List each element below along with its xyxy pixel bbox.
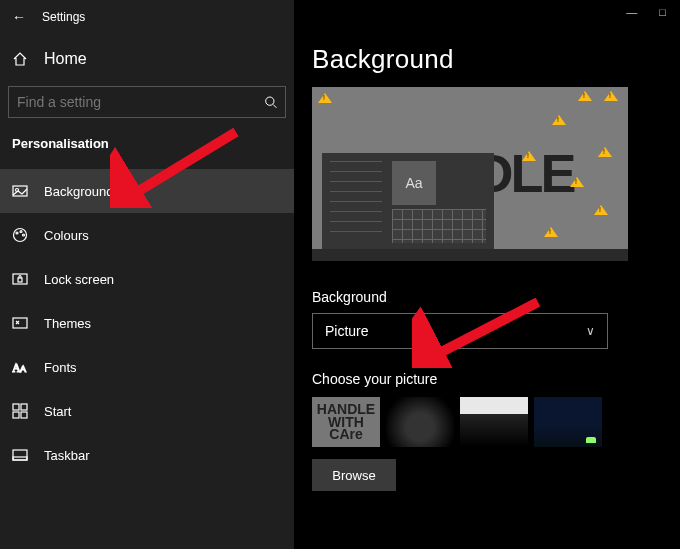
nav-item-fonts[interactable]: AAFonts <box>0 345 294 389</box>
search-icon <box>264 95 277 109</box>
themes-icon <box>12 315 28 331</box>
minimize-button[interactable]: — <box>626 6 637 18</box>
taskbar-icon <box>12 447 28 463</box>
choose-picture-label: Choose your picture <box>312 371 662 387</box>
search-box[interactable] <box>8 86 286 118</box>
page-heading: Background <box>312 44 662 75</box>
back-button[interactable]: ← <box>12 9 26 25</box>
nav-item-label: Themes <box>44 316 91 331</box>
nav-item-label: Start <box>44 404 71 419</box>
svg-rect-8 <box>18 278 22 282</box>
nav-item-background[interactable]: Background <box>0 169 294 213</box>
preview-sample-tile: Aa <box>392 161 436 205</box>
fonts-icon: AA <box>12 359 28 375</box>
nav-item-label: Colours <box>44 228 89 243</box>
chevron-down-icon: ∨ <box>586 324 595 338</box>
preview-taskbar <box>312 249 628 261</box>
home-nav[interactable]: Home <box>0 40 294 78</box>
background-dropdown-label: Background <box>312 289 662 305</box>
svg-point-5 <box>20 231 22 233</box>
svg-rect-17 <box>13 457 27 460</box>
lockscreen-icon <box>12 271 28 287</box>
svg-point-4 <box>16 232 18 234</box>
desktop-preview: HANDLE Aa <box>312 87 628 261</box>
svg-rect-15 <box>21 412 27 418</box>
thumbnail-1[interactable]: HANDLEWITHCAre <box>312 397 380 447</box>
nav-item-taskbar[interactable]: Taskbar <box>0 433 294 477</box>
nav-item-start[interactable]: Start <box>0 389 294 433</box>
picture-thumbnails: HANDLEWITHCAre <box>312 397 662 447</box>
maximize-button[interactable]: □ <box>659 6 666 18</box>
svg-rect-12 <box>13 404 19 410</box>
svg-point-0 <box>265 97 273 105</box>
svg-text:A: A <box>20 364 26 374</box>
palette-icon <box>12 227 28 243</box>
home-label: Home <box>44 50 87 68</box>
svg-rect-9 <box>13 318 27 328</box>
svg-rect-16 <box>13 450 27 460</box>
background-dropdown[interactable]: Picture ∨ <box>312 313 608 349</box>
search-input[interactable] <box>17 94 264 110</box>
svg-rect-13 <box>21 404 27 410</box>
nav-item-lock-screen[interactable]: Lock screen <box>0 257 294 301</box>
nav-item-label: Background <box>44 184 113 199</box>
svg-point-6 <box>23 234 25 236</box>
nav-item-label: Fonts <box>44 360 77 375</box>
picture-icon <box>12 183 28 199</box>
home-icon <box>12 51 28 67</box>
nav-item-label: Taskbar <box>44 448 90 463</box>
nav-item-label: Lock screen <box>44 272 114 287</box>
app-title: Settings <box>42 10 85 24</box>
svg-rect-14 <box>13 412 19 418</box>
nav-item-themes[interactable]: Themes <box>0 301 294 345</box>
category-header: Personalisation <box>0 118 294 153</box>
thumbnail-2[interactable] <box>386 397 454 447</box>
start-icon <box>12 403 28 419</box>
preview-start-panel: Aa <box>322 153 494 249</box>
browse-button[interactable]: Browse <box>312 459 396 491</box>
dropdown-value: Picture <box>325 323 369 339</box>
nav-item-colours[interactable]: Colours <box>0 213 294 257</box>
thumbnail-4[interactable] <box>534 397 602 447</box>
thumbnail-3[interactable] <box>460 397 528 447</box>
